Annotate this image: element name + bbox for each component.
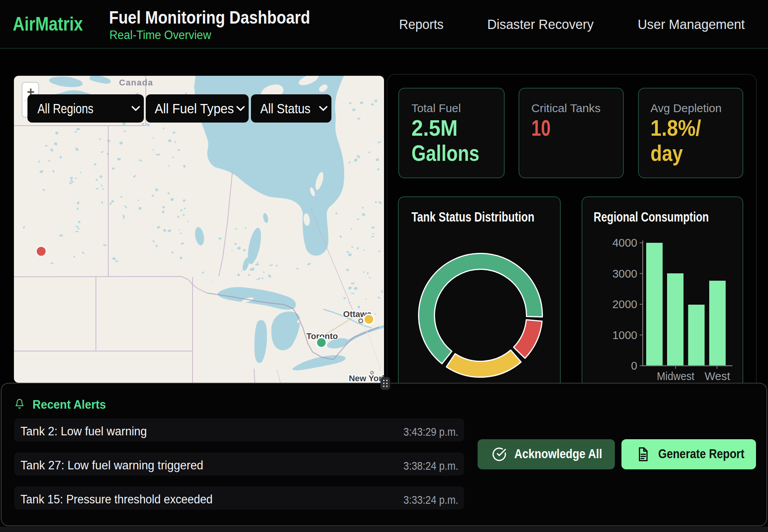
svg-text:Canada: Canada — [119, 78, 153, 87]
svg-text:0: 0 — [631, 360, 637, 372]
svg-text:Midwest: Midwest — [657, 370, 695, 382]
svg-text:4000: 4000 — [612, 237, 637, 249]
svg-text:New York: New York — [349, 373, 384, 383]
svg-text:2000: 2000 — [612, 298, 637, 310]
svg-text:3000: 3000 — [612, 268, 637, 280]
svg-text:1000: 1000 — [612, 329, 637, 341]
svg-text:West: West — [705, 370, 730, 382]
